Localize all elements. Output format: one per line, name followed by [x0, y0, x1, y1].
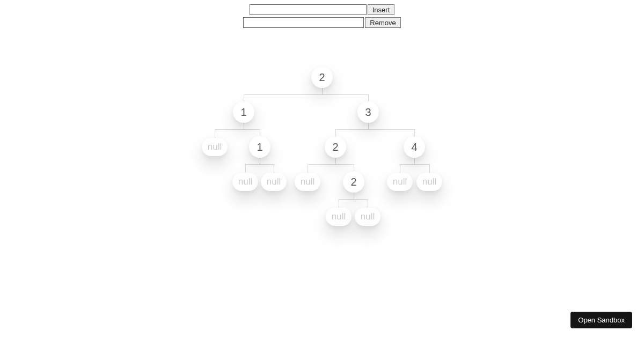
tree-node: 1	[249, 136, 270, 158]
tree-null-node: null	[416, 173, 442, 191]
remove-input[interactable]	[243, 17, 364, 28]
tree-null-node: null	[202, 138, 228, 156]
tree-node: 1	[233, 101, 254, 123]
controls-panel: Insert Remove	[0, 0, 644, 28]
tree-node: 2	[325, 136, 346, 158]
tree-diagram: 213null124nullnullnull2nullnullnullnull	[0, 28, 644, 307]
remove-row: Remove	[243, 17, 400, 28]
tree-null-node: null	[326, 208, 352, 226]
tree-null-node: null	[355, 208, 380, 226]
tree-node: 4	[404, 136, 425, 158]
insert-button[interactable]: Insert	[368, 4, 395, 15]
tree-null-node: null	[261, 173, 287, 191]
tree-node: 3	[357, 101, 379, 123]
tree-null-node: null	[232, 173, 258, 191]
insert-input[interactable]	[250, 4, 367, 15]
tree-node: 2	[311, 67, 333, 88]
open-sandbox-button[interactable]: Open Sandbox	[570, 312, 632, 328]
tree-node: 2	[343, 171, 364, 193]
tree-null-node: null	[387, 173, 413, 191]
tree-null-node: null	[295, 173, 320, 191]
remove-button[interactable]: Remove	[365, 17, 400, 28]
insert-row: Insert	[250, 4, 395, 15]
